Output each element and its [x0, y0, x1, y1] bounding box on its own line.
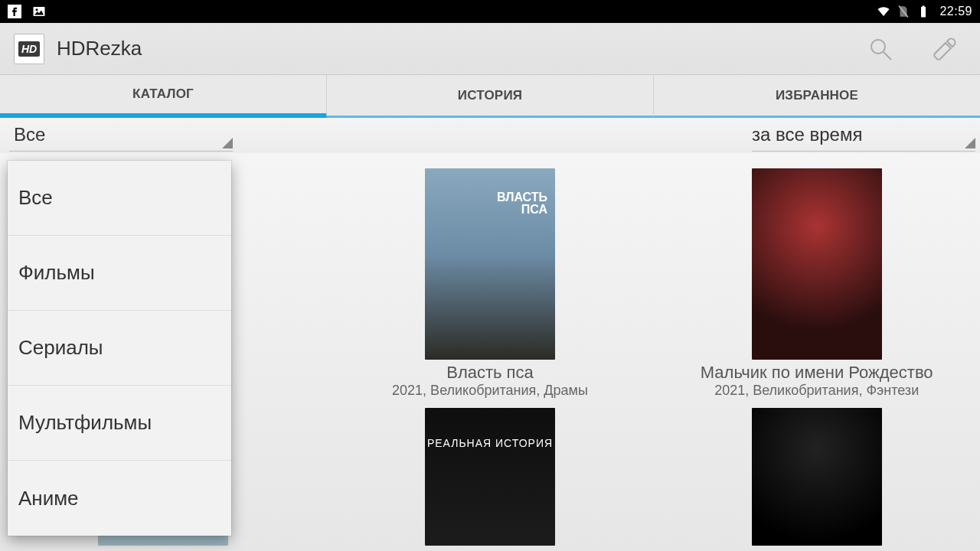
movie-poster: ВЛАСТЬ ПСА	[425, 168, 555, 360]
dropdown-option-anime[interactable]: Аниме	[8, 461, 231, 536]
svg-line-6	[884, 52, 891, 60]
movie-card[interactable]	[694, 408, 939, 546]
movie-meta: 2021, Великобритания, Фэнтези	[714, 383, 919, 399]
wifi-icon	[877, 5, 890, 18]
movie-title: Мальчик по имени Рождество	[701, 363, 933, 383]
tab-favorites[interactable]: ИЗБРАННОЕ	[654, 75, 980, 118]
dropdown-option-series[interactable]: Сериалы	[8, 311, 231, 386]
period-spinner[interactable]: за все время	[743, 119, 980, 150]
filter-row: Все за все время	[0, 118, 980, 153]
svg-rect-3	[921, 7, 926, 18]
dropdown-option-label: Сериалы	[18, 336, 103, 360]
movie-poster	[752, 408, 882, 546]
facebook-notif-icon	[8, 5, 21, 18]
svg-point-2	[36, 8, 38, 11]
android-status-bar: 22:59	[0, 0, 980, 23]
movie-poster: РЕАЛЬНАЯ ИСТОРИЯ	[425, 408, 555, 546]
tab-label: КАТАЛОГ	[132, 86, 194, 102]
movie-title: Власть пса	[446, 363, 534, 383]
category-spinner-value: Все	[14, 124, 45, 145]
tab-history[interactable]: ИСТОРИЯ	[327, 75, 654, 118]
tab-bar: КАТАЛОГ ИСТОРИЯ ИЗБРАННОЕ	[0, 75, 980, 118]
dropdown-option-label: Все	[18, 186, 53, 210]
movie-meta: 2021, Великобритания, Драмы	[392, 383, 588, 399]
category-dropdown: Все Фильмы Сериалы Мультфильмы Аниме	[8, 161, 231, 536]
no-sim-icon	[897, 5, 910, 18]
status-clock: 22:59	[939, 5, 972, 18]
tab-catalog[interactable]: КАТАЛОГ	[0, 75, 327, 118]
svg-point-5	[871, 40, 885, 54]
dropdown-option-label: Мультфильмы	[18, 411, 152, 435]
movie-card[interactable]: Мальчик по имени Рождество 2021, Великоб…	[694, 168, 939, 399]
app-icon: HD	[14, 34, 44, 64]
dropdown-option-label: Аниме	[18, 487, 79, 510]
movie-card[interactable]: ВЛАСТЬ ПСА Власть пса 2021, Великобритан…	[368, 168, 612, 399]
dropdown-option-all[interactable]: Все	[8, 161, 231, 236]
app-action-bar: HD HDRezka	[0, 23, 980, 75]
search-icon[interactable]	[867, 35, 894, 63]
app-icon-text: HD	[18, 41, 40, 57]
app-title: HDRezka	[57, 37, 142, 60]
movie-poster	[752, 168, 882, 360]
category-spinner[interactable]: Все	[0, 119, 237, 150]
settings-wrench-icon[interactable]	[931, 35, 959, 63]
dropdown-option-label: Фильмы	[18, 261, 95, 285]
battery-icon	[916, 5, 930, 18]
tab-label: ИЗБРАННОЕ	[776, 88, 858, 103]
dropdown-option-cartoons[interactable]: Мультфильмы	[8, 386, 231, 461]
movie-card[interactable]: РЕАЛЬНАЯ ИСТОРИЯ	[368, 408, 612, 546]
gallery-notif-icon	[32, 5, 46, 18]
svg-rect-4	[923, 6, 925, 8]
dropdown-option-films[interactable]: Фильмы	[8, 236, 231, 311]
tab-label: ИСТОРИЯ	[458, 88, 522, 103]
period-spinner-value: за все время	[752, 124, 862, 145]
